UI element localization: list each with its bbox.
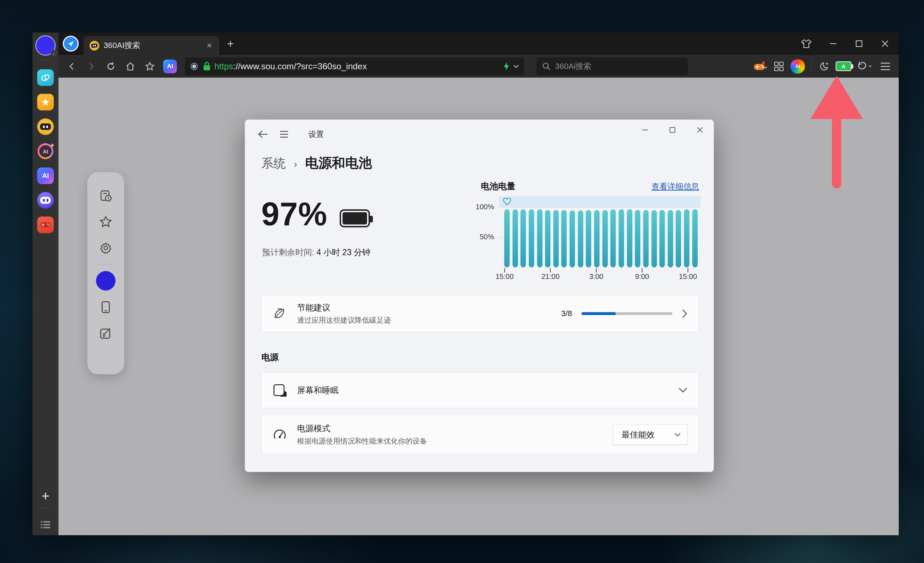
chart-bar — [578, 210, 583, 267]
settings-minimize-button[interactable] — [631, 120, 659, 140]
maximize-button[interactable] — [855, 39, 863, 48]
urlbar-chevron-down-icon[interactable] — [513, 64, 519, 68]
ai-assistant-icon[interactable]: AI ✦ — [37, 143, 54, 160]
user-avatar[interactable]: ⌄ — [35, 35, 56, 55]
chart-bar — [504, 209, 510, 267]
browser-sidebar: ⌄ ★ AI ✦ AI — [33, 33, 58, 535]
settings-back-button[interactable] — [258, 130, 267, 138]
ai-app-icon[interactable]: AI — [37, 168, 54, 184]
chart-bar — [545, 210, 550, 267]
night-mode-button[interactable] — [816, 58, 833, 75]
robot-app-icon[interactable] — [37, 192, 54, 209]
minimize-button[interactable] — [829, 39, 837, 48]
history-button[interactable] — [87, 183, 124, 209]
caret-down-icon — [869, 66, 872, 67]
compose-icon — [99, 326, 112, 340]
toolbar-right: AI A — [752, 58, 894, 75]
quick-access-lightning-icon[interactable] — [503, 62, 510, 71]
app-list-button[interactable] — [41, 521, 50, 530]
battery-icon — [340, 209, 370, 228]
chart-bar — [692, 209, 698, 267]
robot-face — [40, 197, 51, 204]
mobile-sync-button[interactable] — [87, 294, 124, 320]
toolbar-separator — [811, 61, 812, 72]
chevron-right-icon — [682, 309, 688, 318]
chart-bar — [537, 209, 543, 267]
navigate-button[interactable] — [63, 36, 79, 52]
sparkle-icon: ✦ — [50, 142, 54, 149]
notes-button[interactable] — [87, 320, 124, 346]
add-app-button[interactable]: + — [42, 489, 50, 503]
favorites-app-icon[interactable]: ★ — [37, 94, 54, 111]
back-button[interactable] — [63, 58, 80, 75]
floating-tool-panel — [87, 172, 124, 374]
phone-icon — [100, 301, 111, 314]
restore-session-button[interactable] — [854, 58, 875, 75]
breadcrumb: 系统 › 电源和电池 — [261, 154, 372, 172]
battery-chart: 100%50% 15:0021:003:009:0015:00 — [499, 196, 700, 268]
x-axis-label: 15:00 — [674, 273, 702, 281]
chart-bar — [635, 210, 640, 267]
y-axis-label: 100% — [471, 203, 494, 211]
screen-sleep-card[interactable]: 屏幕和睡眠 — [261, 372, 699, 408]
chat-bot-icon[interactable] — [37, 118, 54, 135]
menu-button[interactable] — [877, 58, 894, 75]
settings-maximize-button[interactable] — [659, 120, 686, 140]
chart-bar — [659, 210, 665, 267]
game-center-button[interactable] — [752, 58, 768, 75]
power-mode-subtitle: 根据电源使用情况和性能来优化你的设备 — [297, 436, 427, 446]
reader-mode-icon[interactable] — [190, 62, 198, 71]
chart-bar — [619, 209, 624, 267]
settings-window: 设置 系统 › 电源和电池 97% 预计剩余时间: — [245, 120, 714, 472]
remaining-label: 预计剩余时间: — [262, 247, 314, 257]
energy-suggestions-card[interactable]: 节能建议 通过应用这些建议降低碳足迹 3/8 — [261, 295, 699, 332]
search-input[interactable]: 360Ai搜索 — [536, 57, 688, 75]
settings-close-button[interactable] — [686, 120, 714, 140]
tab-close-button[interactable]: × — [206, 40, 213, 51]
battery-saver-button[interactable]: A — [835, 58, 852, 75]
secure-lock-icon[interactable] — [203, 62, 211, 71]
url-text: https://www.sou.com/?src=360so_index — [214, 61, 367, 72]
new-tab-button[interactable]: + — [227, 37, 234, 51]
address-bar[interactable]: https://www.sou.com/?src=360so_index — [185, 57, 524, 75]
power-mode-title: 电源模式 — [297, 423, 427, 434]
sidebar-divider — [39, 60, 52, 60]
apps-grid-button[interactable] — [771, 58, 787, 75]
browser-logo-button[interactable]: AI — [789, 58, 806, 75]
theme-skin-button[interactable] — [801, 39, 812, 48]
desktop: ⌄ ★ AI ✦ AI — [0, 0, 924, 563]
bookmark-button[interactable] — [141, 58, 158, 75]
power-mode-card: 电源模式 根据电源使用情况和性能来优化你的设备 最佳能效 — [261, 415, 699, 454]
browser-tab[interactable]: 360AI搜索 × — [84, 36, 219, 55]
chart-bar — [627, 209, 632, 267]
games-app-icon[interactable] — [37, 217, 54, 233]
battery-remaining: 预计剩余时间: 4 小时 23 分钟 — [262, 247, 370, 258]
favorites-button[interactable] — [87, 209, 124, 235]
x-axis-tick — [550, 268, 551, 273]
moon-icon — [820, 61, 830, 72]
chart-bar — [570, 210, 575, 267]
sidebar-divider-bottom — [39, 508, 52, 508]
energy-card-subtitle: 通过应用这些建议降低碳足迹 — [297, 316, 391, 325]
power-mode-dropdown[interactable]: 最佳能效 — [612, 424, 688, 445]
sidebar-bottom: + — [39, 489, 52, 530]
chart-bar — [554, 210, 559, 267]
quick-access-ball[interactable] — [96, 271, 116, 290]
breadcrumb-separator: › — [294, 159, 297, 170]
quick-nav-icon[interactable] — [37, 69, 54, 86]
notification-dot — [762, 61, 765, 64]
settings-button[interactable] — [87, 235, 124, 261]
home-button[interactable] — [122, 58, 139, 75]
ai-search-button[interactable]: AI — [163, 60, 177, 73]
chart-bar — [520, 209, 526, 267]
screen-sleep-title: 屏幕和睡眠 — [297, 385, 339, 396]
refresh-button[interactable] — [102, 58, 119, 75]
breadcrumb-system[interactable]: 系统 — [261, 155, 286, 172]
hamburger-icon — [880, 62, 891, 71]
settings-menu-button[interactable] — [280, 131, 288, 138]
progress-count: 3/8 — [561, 309, 572, 318]
chart-details-link[interactable]: 查看详细信息 — [651, 181, 699, 192]
forward-button[interactable] — [83, 58, 100, 75]
close-button[interactable] — [880, 39, 890, 48]
chart-bar — [684, 209, 689, 267]
